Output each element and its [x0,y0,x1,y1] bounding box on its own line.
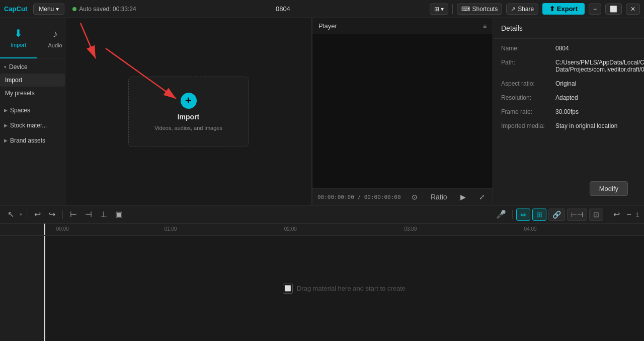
sidebar-spaces-group[interactable]: ▶ Spaces [0,104,65,117]
detail-row: Imported media: Stay in original locatio… [501,122,636,129]
left-column: ⬇ Import ♪ Audio TI Text ⊕ Stickers ✦ Ef… [0,18,65,205]
detail-row: Resolution: Adapted [501,94,636,101]
zoom-minus-btn[interactable]: − [624,209,634,221]
details-header: Details [493,18,644,39]
import-label: Import [11,42,26,48]
detail-value: Adapted [555,94,636,101]
drag-hint: ⬜ Drag material here and start to create [283,284,406,294]
audio-icon: ♪ [53,28,58,40]
minimize-button[interactable]: − [589,4,601,15]
import-sublabel: Videos, audios, and images [154,125,222,131]
close-button[interactable]: ✕ [626,4,640,15]
select-tool-btn[interactable]: ↖ [5,208,17,221]
box-select-btn[interactable]: ▣ [113,208,125,221]
modify-button[interactable]: Modify [590,181,628,196]
topbar-right: ⊞ ▾ ⌨ Shortcuts ↗ Share ⬆ Export − ⬜ ✕ [430,3,640,15]
split-center-btn[interactable]: ⊥ [98,208,110,221]
player-menu-icon[interactable]: ≡ [483,23,487,30]
brand-arrow-icon: ▶ [4,138,8,143]
center-track-btn[interactable]: ⊢⊣ [567,209,587,221]
ruler-mark: 04:00 [524,226,537,232]
player-timecode: 00:00:00:00 / 00:00:00:00 [317,194,401,200]
detail-key: Imported media: [501,122,551,129]
export-button[interactable]: ⬆ Export [542,3,585,15]
redo-btn[interactable]: ↪ [46,208,58,221]
detail-key: Resolution: [501,94,551,101]
toolbar-item-import[interactable]: ⬇ Import [0,18,37,58]
snap-btn[interactable]: ⇔ [516,209,530,221]
timeline: 00:0001:0002:0003:0004:00 ⬜ Drag materia… [0,224,644,341]
player-fullscreen-btn[interactable]: ⊙ [409,192,420,202]
timeline-area: ↖ ▾ ↩ ↪ ⊢ ⊣ ⊥ ▣ 🎤 ⇔ ⊞ 🔗 ⊢⊣ ⊡ ↩ − 1 [0,205,644,341]
drag-hint-icon: ⬜ [283,284,293,294]
sidebar-device-group[interactable]: ▾ Device [0,60,65,74]
player-controls: 00:00:00:00 / 00:00:00:00 ⊙ Ratio ▶ ⤢ [312,188,493,205]
detail-row: Frame rate: 30.00fps [501,108,636,115]
track-area: ⬜ Drag material here and start to create [44,236,644,341]
detail-value: Stay in original location [555,122,636,129]
audio-label: Audio [48,42,62,48]
ruler-mark: 01:00 [164,226,177,232]
app-container: CapCut Menu ▾ Auto saved: 00:33:24 0804 … [0,0,644,341]
zoom-level: 1 [636,212,639,218]
sidebar-import-label: Import [5,77,22,84]
toolbar-separator-1 [27,210,27,219]
player-header: Player ≡ [312,18,493,34]
shortcuts-button[interactable]: ⌨ Shortcuts [457,4,502,15]
detail-value: 30.00fps [555,108,636,115]
split-right-btn[interactable]: ⊣ [83,208,95,221]
sidebar-spaces-label: Spaces [10,107,30,114]
magnet-btn[interactable]: ⊞ [532,209,546,221]
ruler-marks: 00:0001:0002:0003:0004:00 [44,224,644,236]
toolbar-separator-3 [512,210,513,219]
sidebar-presets-label: My presets [5,90,35,97]
player-play-btn[interactable]: ▶ [458,192,468,202]
undo-btn[interactable]: ↩ [32,208,43,221]
split-left-btn[interactable]: ⊢ [67,208,79,221]
import-zone[interactable]: + Import Videos, audios, and images [65,18,311,205]
sidebar-stock-group[interactable]: ▶ Stock mater... [0,119,65,132]
ruler-mark: 00:00 [56,226,69,232]
sidebar-stock-label: Stock mater... [10,122,47,129]
autosave-indicator: Auto saved: 00:33:24 [72,6,136,13]
share-icon: ↗ [511,6,516,13]
autosave-text: Auto saved: 00:33:24 [79,6,136,13]
player-ratio-btn[interactable]: Ratio [428,192,450,202]
shortcuts-icon: ⌨ [461,6,470,13]
layout-button[interactable]: ⊞ ▾ [430,4,448,15]
device-arrow-icon: ▾ [4,64,7,70]
topbar: CapCut Menu ▾ Auto saved: 00:33:24 0804 … [0,0,644,18]
sidebar: ▾ Device Import My presets ▶ Spaces ▶ St [0,58,65,147]
sidebar-device-label: Device [9,63,28,71]
export-icon: ⬆ [549,5,555,13]
detail-key: Name: [501,45,551,52]
player-title: Player [318,22,337,30]
shortcuts-label: Shortcuts [472,6,498,13]
player-panel: Player ≡ 00:00:00:00 / 00:00:00:00 ⊙ Rat… [312,18,493,205]
project-name: 0804 [140,5,426,13]
toolbar-separator-2 [62,210,63,219]
share-button[interactable]: ↗ Share [506,4,538,15]
timeline-content: ⬜ Drag material here and start to create [0,236,644,341]
mic-btn[interactable]: 🎤 [494,208,509,221]
details-panel: Details Name: 0804 Path: C:/Users/PMLS/A… [493,18,644,205]
stock-arrow-icon: ▶ [4,123,8,128]
maximize-button[interactable]: ⬜ [605,4,622,15]
player-expand-btn[interactable]: ⤢ [476,192,488,202]
zoom-undo-btn[interactable]: ↩ [611,208,622,221]
sidebar-brand-group[interactable]: ▶ Brand assets [0,134,65,147]
import-label: Import [178,113,200,121]
link-btn[interactable]: 🔗 [548,209,565,221]
pip-btn[interactable]: ⊡ [589,209,603,221]
sidebar-item-import[interactable]: Import [0,74,65,87]
menu-button[interactable]: Menu ▾ [33,4,64,15]
detail-key: Aspect ratio: [501,80,551,87]
import-dropzone[interactable]: + Import Videos, audios, and images [128,77,249,147]
sidebar-item-presets[interactable]: My presets [0,87,65,100]
app-logo: CapCut [4,5,27,13]
detail-row: Path: C:/Users/PMLS/AppData/Local/CapCut… [501,59,636,73]
sidebar-brand-label: Brand assets [10,137,45,144]
share-label: Share [518,6,534,13]
toolbar-separator-4 [607,210,607,219]
spaces-arrow-icon: ▶ [4,108,8,113]
